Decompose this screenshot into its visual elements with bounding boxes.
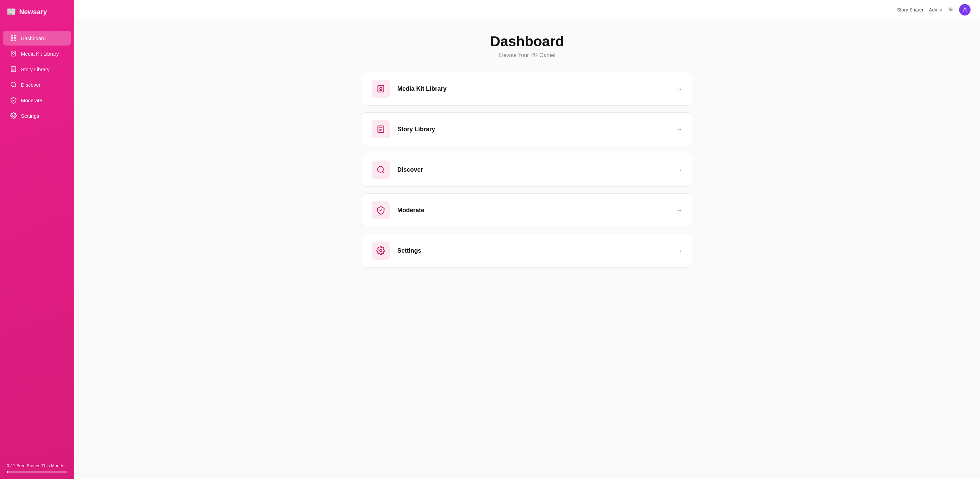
card-icon-wrap-moderate (372, 201, 390, 219)
page-title: Dashboard (362, 34, 692, 49)
dashboard-card-list: Media Kit Library → Story Library → (362, 72, 692, 268)
logo-icon: 📰 (7, 7, 16, 16)
sidebar-item-media-kit-library[interactable]: Media Kit Library (3, 46, 71, 61)
card-story-library-icon (376, 125, 385, 134)
card-story-library-label: Story Library (397, 126, 676, 133)
sidebar-moderate-label: Moderate (21, 97, 42, 103)
sidebar: 📰 Newsary Dashboard (0, 0, 74, 479)
sidebar-dashboard-label: Dashboard (21, 35, 46, 41)
svg-rect-14 (378, 85, 383, 92)
discover-icon (10, 81, 17, 88)
card-moderate[interactable]: Moderate → (362, 193, 692, 227)
svg-point-13 (13, 115, 14, 117)
story-sharer-label: Story Sharer (897, 7, 924, 13)
sidebar-story-library-label: Story Library (21, 67, 49, 72)
svg-rect-2 (11, 39, 13, 41)
progress-bar-fill (7, 471, 8, 473)
svg-line-22 (382, 171, 384, 173)
sidebar-discover-label: Discover (21, 82, 40, 88)
moderate-icon (10, 97, 17, 104)
card-discover-label: Discover (397, 166, 676, 173)
progress-bar-bg (7, 471, 67, 473)
page-subtitle: Elevate Your PR Game! (362, 52, 692, 58)
svg-point-11 (11, 82, 16, 87)
card-discover[interactable]: Discover → (362, 153, 692, 187)
card-moderate-label: Moderate (397, 207, 676, 214)
card-media-kit-icon (376, 84, 385, 93)
card-media-kit-label: Media Kit Library (397, 85, 676, 93)
sidebar-item-moderate[interactable]: Moderate (3, 93, 71, 108)
sidebar-item-discover[interactable]: Discover (3, 77, 71, 92)
svg-rect-1 (14, 36, 16, 38)
dashboard-icon (10, 35, 17, 42)
svg-point-23 (380, 250, 382, 252)
card-icon-wrap-media-kit (372, 80, 390, 98)
svg-point-15 (380, 87, 382, 90)
card-settings-icon (376, 246, 385, 255)
app-logo[interactable]: 📰 Newsary (0, 0, 74, 24)
sidebar-item-settings[interactable]: Settings (3, 108, 71, 123)
admin-label: Admin (929, 7, 942, 13)
topbar: Story Sharer Admin ☀ A (74, 0, 980, 20)
sidebar-nav: Dashboard Media Kit Library (0, 24, 74, 457)
card-discover-icon (376, 165, 385, 174)
stories-count: 0 / 1 Free Stories This Month (7, 463, 67, 468)
sidebar-item-dashboard[interactable]: Dashboard (3, 31, 71, 46)
svg-rect-0 (11, 36, 13, 38)
card-icon-wrap-settings (372, 241, 390, 260)
main-content: Story Sharer Admin ☀ A Dashboard Elevate… (74, 0, 980, 479)
theme-toggle-icon[interactable]: ☀ (948, 6, 954, 14)
sidebar-item-story-library[interactable]: Story Library (3, 62, 71, 77)
content-area: Dashboard Elevate Your PR Game! Media Ki… (342, 20, 713, 479)
card-media-kit-arrow: → (676, 85, 682, 93)
card-moderate-arrow: → (676, 206, 682, 214)
avatar[interactable]: A (959, 4, 970, 16)
settings-icon (10, 112, 17, 119)
card-icon-wrap-story-library (372, 120, 390, 138)
card-icon-wrap-discover (372, 161, 390, 179)
svg-point-21 (377, 166, 383, 172)
svg-rect-3 (14, 39, 16, 41)
story-library-icon (10, 66, 17, 72)
svg-point-5 (13, 53, 14, 54)
card-moderate-icon (376, 206, 385, 214)
card-media-kit-library[interactable]: Media Kit Library → (362, 72, 692, 105)
card-discover-arrow: → (676, 166, 682, 174)
card-story-library-arrow: → (676, 126, 682, 133)
card-story-library[interactable]: Story Library → (362, 112, 692, 146)
sidebar-footer: 0 / 1 Free Stories This Month (0, 457, 74, 479)
app-name: Newsary (19, 8, 47, 16)
card-settings-label: Settings (397, 247, 676, 254)
card-settings-arrow: → (676, 247, 682, 255)
sidebar-media-kit-label: Media Kit Library (21, 51, 59, 57)
svg-line-12 (15, 86, 16, 87)
svg-rect-4 (11, 51, 16, 56)
card-settings[interactable]: Settings → (362, 234, 692, 268)
sidebar-settings-label: Settings (21, 113, 39, 119)
media-kit-icon (10, 50, 17, 57)
